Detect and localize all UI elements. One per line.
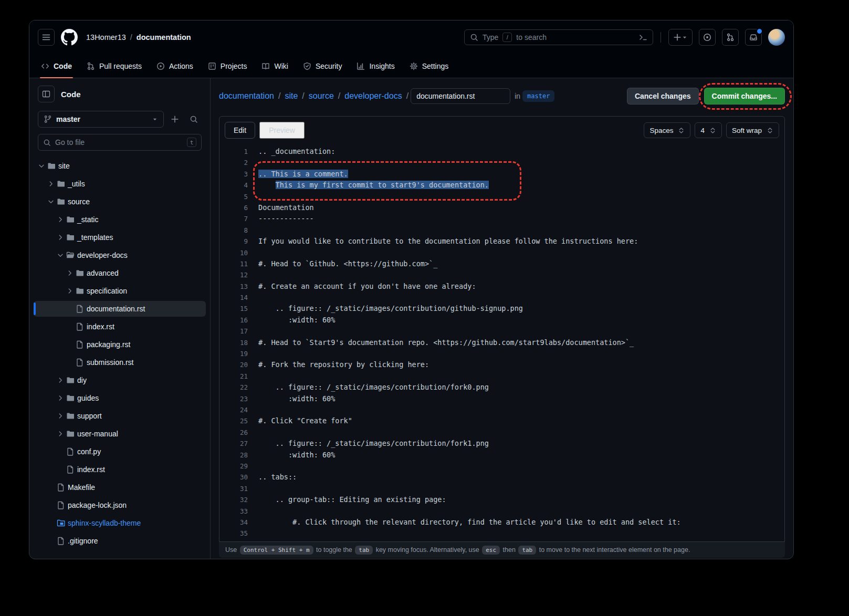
chevron-right-icon[interactable] (65, 287, 75, 295)
tree-item-package-lock-json[interactable]: package-lock.json (34, 497, 206, 513)
issues-button[interactable] (699, 29, 716, 46)
collapse-panel-button[interactable] (38, 86, 55, 102)
cancel-changes-button[interactable]: Cancel changes (627, 88, 699, 105)
code-line[interactable]: 26 (219, 427, 784, 438)
code-line[interactable]: 22 .. figure:: /_static/images/contribut… (219, 382, 784, 393)
tree-item-index-rst[interactable]: index.rst (34, 462, 206, 477)
chevron-right-icon[interactable] (56, 394, 65, 402)
tab-edit[interactable]: Edit (225, 122, 255, 139)
code-line[interactable]: 21 (219, 371, 784, 382)
code-line[interactable]: 29 (219, 461, 784, 472)
tree-item-specification[interactable]: specification (34, 283, 206, 299)
tree-item-gitignore[interactable]: .gitignore (34, 533, 206, 549)
tree-item-documentation-rst[interactable]: documentation.rst (34, 301, 206, 317)
chevron-right-icon[interactable] (56, 216, 65, 223)
repo-name-link[interactable]: documentation (137, 33, 191, 41)
code-line[interactable]: 27 .. figure:: /_static/images/contribut… (219, 438, 784, 449)
code-line[interactable]: 33 (219, 506, 784, 517)
code-line[interactable]: 18#. Head to `Start9's documentation rep… (219, 337, 784, 348)
code-line[interactable]: 17 (219, 326, 784, 337)
hamburger-menu-button[interactable] (38, 29, 55, 46)
editor-body[interactable]: 1.. _documentation:23.. This is a commen… (219, 144, 784, 541)
tree-item-diy[interactable]: diy (34, 372, 206, 388)
repo-owner-link[interactable]: 13Homer13 (86, 33, 126, 41)
tab-actions[interactable]: Actions (150, 54, 200, 78)
code-line[interactable]: 16 :width: 60% (219, 315, 784, 326)
code-line[interactable]: 30.. tabs:: (219, 472, 784, 483)
code-line[interactable]: 15 .. figure:: /_static/images/contribut… (219, 303, 784, 314)
code-line[interactable]: 1.. _documentation: (219, 146, 784, 157)
inbox-button[interactable] (745, 29, 762, 46)
tree-item-user-manual[interactable]: user-manual (34, 426, 206, 442)
code-line[interactable]: 4 This is my first commit to start9's do… (219, 180, 784, 191)
tree-item-guides[interactable]: guides (34, 390, 206, 406)
go-to-file-input[interactable]: Go to file t (38, 134, 202, 151)
code-line[interactable]: 13#. Create an account if you don't have… (219, 281, 784, 292)
breadcrumb-link-developer-docs[interactable]: developer-docs (344, 91, 402, 101)
tree-item-sphinx-scylladb-theme[interactable]: sphinx-scylladb-theme (34, 515, 206, 531)
tree-item-utils[interactable]: _utils (34, 176, 206, 192)
tab-projects[interactable]: Projects (202, 54, 254, 78)
code-line[interactable]: 24 (219, 404, 784, 415)
chevron-down-icon[interactable] (37, 162, 46, 170)
code-line[interactable]: 28 :width: 60% (219, 450, 784, 461)
code-line[interactable]: 36 .. figure:: /_static/images/contribut… (219, 539, 784, 541)
code-line[interactable]: 19 (219, 348, 784, 359)
branch-selector[interactable]: master (38, 111, 164, 128)
editor-control-soft-wrap[interactable]: Soft wrap (726, 122, 779, 138)
add-file-button[interactable] (167, 111, 183, 127)
breadcrumb-link-source[interactable]: source (309, 91, 334, 101)
tree-item-submission-rst[interactable]: submission.rst (34, 354, 206, 370)
pull-requests-button[interactable] (722, 29, 739, 46)
tab-security[interactable]: Security (297, 54, 349, 78)
code-line[interactable]: 11#. Head to `Github. <https://github.co… (219, 258, 784, 269)
avatar[interactable] (768, 29, 785, 46)
code-line[interactable]: 23 :width: 60% (219, 393, 784, 404)
chevron-right-icon[interactable] (56, 377, 65, 384)
chevron-right-icon[interactable] (56, 234, 65, 241)
breadcrumb-link-documentation[interactable]: documentation (219, 91, 274, 101)
chevron-right-icon[interactable] (56, 430, 65, 437)
tree-item-makefile[interactable]: Makefile (34, 479, 206, 495)
tab-settings[interactable]: Settings (403, 54, 455, 78)
code-line[interactable]: 5 (219, 191, 784, 202)
global-search-input[interactable]: Type / to search (464, 29, 653, 45)
tab-wiki[interactable]: Wiki (255, 54, 294, 78)
code-line[interactable]: 14 (219, 292, 784, 303)
chevron-right-icon[interactable] (65, 269, 75, 277)
tree-item-packaging-rst[interactable]: packaging.rst (34, 337, 206, 352)
chevron-down-icon[interactable] (56, 252, 65, 259)
create-new-button[interactable] (668, 29, 693, 46)
tree-item-index-rst[interactable]: index.rst (34, 319, 206, 335)
commit-changes-button[interactable]: Commit changes... (704, 88, 785, 105)
chevron-right-icon[interactable] (56, 412, 65, 420)
tree-item-static[interactable]: _static (34, 212, 206, 227)
tree-item-support[interactable]: support (34, 408, 206, 424)
tree-item-conf-py[interactable]: conf.py (34, 444, 206, 460)
code-line[interactable]: 34 #. Click through the relevant directo… (219, 517, 784, 528)
code-line[interactable]: 32 .. group-tab:: Editing an existing pa… (219, 494, 784, 505)
code-line[interactable]: 2 (219, 157, 784, 168)
tree-item-templates[interactable]: _templates (34, 229, 206, 245)
breadcrumb-link-site[interactable]: site (285, 91, 298, 101)
editor-control-4[interactable]: 4 (695, 122, 722, 138)
tab-pull-requests[interactable]: Pull requests (80, 54, 148, 78)
code-line[interactable]: 25#. Click "Create fork" (219, 415, 784, 426)
code-line[interactable]: 10 (219, 247, 784, 258)
chevron-right-icon[interactable] (46, 180, 56, 187)
tab-insights[interactable]: Insights (350, 54, 401, 78)
code-line[interactable]: 3.. This is a comment. (219, 169, 784, 180)
code-line[interactable]: 35 (219, 528, 784, 539)
github-logo-icon[interactable] (61, 29, 78, 46)
search-tree-button[interactable] (186, 111, 202, 127)
tab-code[interactable]: Code (35, 54, 78, 78)
code-line[interactable]: 8 (219, 225, 784, 236)
tree-item-source[interactable]: source (34, 194, 206, 210)
branch-badge[interactable]: master (522, 90, 554, 102)
tree-item-site[interactable]: site (34, 158, 206, 174)
code-line[interactable]: 9If you would like to contribute to the … (219, 236, 784, 247)
code-line[interactable]: 7------------- (219, 213, 784, 224)
tab-preview[interactable]: Preview (259, 122, 305, 139)
tree-item-advanced[interactable]: advanced (34, 265, 206, 281)
code-line[interactable]: 20#. Fork the repository by clicking her… (219, 359, 784, 370)
